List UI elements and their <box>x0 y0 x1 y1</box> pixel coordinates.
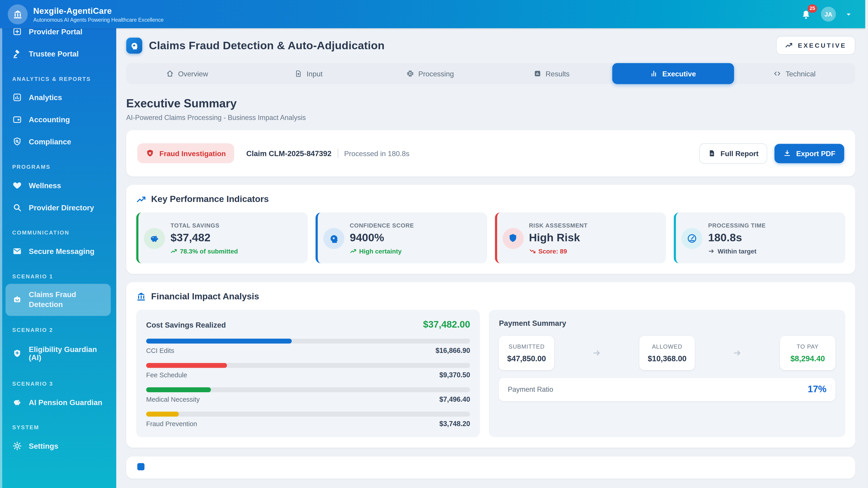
tab-overview[interactable]: Overview <box>126 63 248 84</box>
progress-track <box>146 339 470 344</box>
kpi-heading-row: Key Performance Indicators <box>136 194 845 204</box>
piggy-bank-icon <box>12 397 22 407</box>
sidebar-item-analytics[interactable]: Analytics <box>5 86 111 108</box>
fraud-badge-label: Fraud Investigation <box>159 149 226 158</box>
sidebar-item-accounting[interactable]: Accounting <box>5 108 111 131</box>
sidebar-item-label: Settings <box>29 442 58 450</box>
sidebar-item-provider-portal[interactable]: Provider Portal <box>5 28 111 43</box>
app-identity: Nexgile-AgentiCare Autonomous AI Agents … <box>33 6 164 22</box>
sidebar-item-label: Eligibility Guardian (AI) <box>29 345 101 362</box>
sidebar-item-label: Secure Messaging <box>29 247 94 255</box>
next-section-card-cutoff <box>126 456 855 479</box>
kpi-sub: High certainty <box>350 248 414 254</box>
kpi-value: 180.8s <box>708 231 766 244</box>
app-logo <box>8 4 28 24</box>
kpi-sub: Score: 89 <box>529 248 588 254</box>
kpi-label: RISK ASSESSMENT <box>529 222 588 228</box>
kpi-risk-assessment: RISK ASSESSMENT High Risk Score: 89 <box>495 213 666 263</box>
page-title: Claims Fraud Detection & Auto-Adjudicati… <box>149 39 385 52</box>
tab-processing[interactable]: Processing <box>369 63 491 84</box>
bar-row: Medical Necessity $7,496.40 <box>146 396 470 403</box>
cost-savings-title: Cost Savings Realized <box>146 321 226 329</box>
shield-plus-icon <box>12 349 22 359</box>
sidebar-item-compliance[interactable]: Compliance <box>5 131 111 153</box>
app-title: Nexgile-AgentiCare <box>33 6 164 15</box>
bar-label: CCI Edits <box>146 347 174 355</box>
main-content: Claims Fraud Detection & Auto-Adjudicati… <box>116 28 865 488</box>
sidebar-section-scenario-3: SCENARIO 3 <box>12 381 111 387</box>
sidebar-item-secure-messaging[interactable]: Secure Messaging <box>5 240 111 262</box>
sidebar-item-wellness[interactable]: Wellness <box>5 174 111 196</box>
topbar-actions: 25 JA <box>800 6 860 22</box>
bar-row: CCI Edits $16,866.90 <box>146 347 470 355</box>
bank-icon <box>13 9 23 19</box>
sidebar-section-communication: COMMUNICATION <box>12 230 111 236</box>
progress-track <box>146 363 470 368</box>
progress-track <box>146 412 470 417</box>
sidebar-section-scenario-2: SCENARIO 2 <box>12 327 111 333</box>
kpi-body: CONFIDENCE SCORE 9400% High certainty <box>350 222 414 254</box>
sidebar-section-analytics-reports: ANALYTICS & REPORTS <box>12 76 111 82</box>
tab-results[interactable]: Results <box>491 63 612 84</box>
payment-step-submitted: SUBMITTED $47,850.00 <box>499 336 554 370</box>
sidebar-item-provider-directory[interactable]: Provider Directory <box>5 196 111 219</box>
page-scrollbar[interactable] <box>865 0 868 488</box>
section-subtitle: AI-Powered Claims Processing - Business … <box>126 114 855 122</box>
sidebar-section-programs: PROGRAMS <box>12 164 111 170</box>
sidebar-item-ai-pension-guardian[interactable]: AI Pension Guardian <box>5 391 111 413</box>
sidebar-item-claims-fraud-detection[interactable]: Claims Fraud Detection <box>5 284 111 316</box>
gauge-icon <box>686 233 698 244</box>
full-report-button[interactable]: Full Report <box>699 143 767 164</box>
tab-technical[interactable]: Technical <box>734 63 855 84</box>
sidebar-item-eligibility-guardian[interactable]: Eligibility Guardian (AI) <box>5 337 111 369</box>
bank-icon <box>136 292 146 302</box>
results-chart-icon <box>533 70 541 77</box>
bar-chart-box-icon <box>12 92 22 102</box>
trend-down-icon <box>529 248 535 254</box>
payment-step-value: $47,850.00 <box>502 354 551 363</box>
sidebar-scrollbar[interactable] <box>0 28 2 488</box>
tab-executive[interactable]: Executive <box>612 63 734 84</box>
kpi-body: RISK ASSESSMENT High Risk Score: 89 <box>529 222 588 254</box>
arrow-right-icon <box>695 348 780 358</box>
kpi-confidence-score: CONFIDENCE SCORE 9400% High certainty <box>315 213 487 263</box>
sidebar-item-label: Claims Fraud Detection <box>29 290 94 310</box>
avatar[interactable]: JA <box>821 6 836 22</box>
heart-icon <box>12 180 22 190</box>
gavel-icon <box>12 49 22 59</box>
kpi-icon-circle <box>323 228 344 249</box>
trend-up-icon <box>785 41 793 49</box>
payment-ratio-label: Payment Ratio <box>508 386 553 393</box>
sidebar-item-trustee-portal[interactable]: Trustee Portal <box>5 43 111 65</box>
trend-up-icon <box>170 248 177 254</box>
notifications-button[interactable]: 25 <box>800 8 812 20</box>
bar-row: Fee Schedule $9,370.50 <box>146 371 470 379</box>
tab-bar: Overview Input Processing Results Execut… <box>126 63 855 84</box>
kpi-icon-circle <box>502 228 523 249</box>
processed-time: Processed in 180.8s <box>344 149 409 158</box>
kpi-grid: TOTAL SAVINGS $37,482 78.3% of submitted <box>136 213 845 263</box>
payment-step-label: ALLOWED <box>643 343 692 350</box>
claim-id: Claim CLM-2025-847392 <box>246 149 332 158</box>
sidebar-item-label: Provider Directory <box>29 203 94 212</box>
export-pdf-button[interactable]: Export PDF <box>775 144 844 163</box>
sidebar-item-settings[interactable]: Settings <box>5 435 111 457</box>
kpi-body: PROCESSING TIME 180.8s Within target <box>708 222 766 254</box>
claim-status-card: Fraud Investigation Claim CLM-2025-84739… <box>126 130 855 177</box>
kpi-label: CONFIDENCE SCORE <box>350 222 414 228</box>
kpi-heading: Key Performance Indicators <box>151 194 269 204</box>
kpi-sub: 78.3% of submitted <box>170 248 238 254</box>
robot-icon <box>12 295 22 305</box>
sidebar-item-label: Provider Portal <box>29 28 82 36</box>
payment-summary-panel: Payment Summary SUBMITTED $47,850.00 ALL… <box>489 310 845 437</box>
progress-fill-cci-edits <box>146 339 292 344</box>
chevron-down-icon[interactable] <box>845 10 852 18</box>
payment-step-value: $8,294.40 <box>783 354 832 363</box>
executive-mode-chip[interactable]: EXECUTIVE <box>776 36 855 55</box>
shield-x-icon <box>146 149 154 158</box>
sidebar-item-label: Compliance <box>29 138 71 146</box>
sidebar-section-scenario-1: SCENARIO 1 <box>12 273 111 280</box>
ai-head-icon <box>126 37 142 53</box>
tab-input[interactable]: Input <box>248 63 369 84</box>
kpi-section: Key Performance Indicators TOTAL SAVINGS… <box>126 185 855 274</box>
